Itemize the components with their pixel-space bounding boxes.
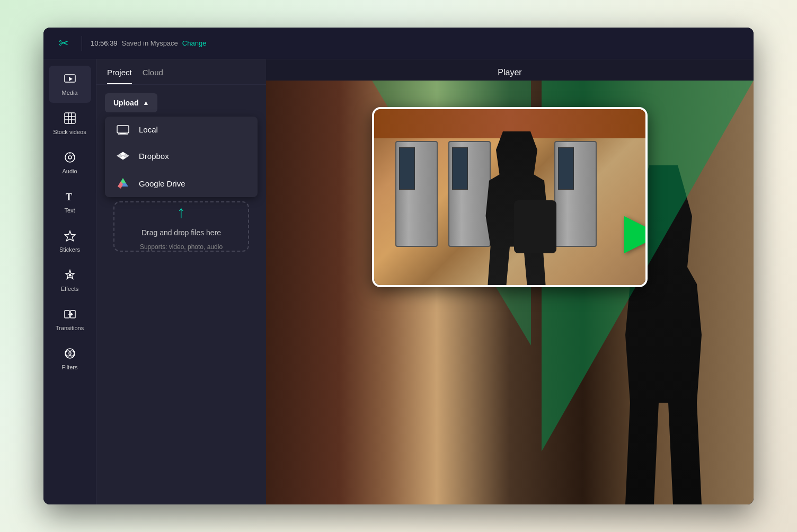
- app-logo: ✂: [54, 34, 73, 53]
- sidebar-label-transitions: Transitions: [56, 325, 84, 331]
- floating-player-content: [374, 109, 645, 285]
- title-time: 10:56:39: [91, 39, 118, 47]
- train-window-2: [452, 147, 468, 190]
- local-label: Local: [139, 125, 158, 134]
- svg-line-10: [73, 155, 74, 156]
- title-divider: [82, 36, 82, 51]
- svg-text:T: T: [66, 192, 72, 202]
- svg-point-14: [69, 274, 70, 276]
- svg-point-20: [69, 351, 74, 356]
- svg-marker-12: [65, 231, 75, 241]
- text-icon: T: [64, 191, 76, 204]
- sidebar-item-text[interactable]: T Text: [49, 183, 91, 220]
- google-drive-label: Google Drive: [139, 179, 185, 188]
- backpack: [514, 200, 556, 253]
- panel-area: Project Cloud Upload ▲: [96, 59, 266, 504]
- svg-marker-1: [69, 77, 73, 81]
- upload-section: Upload ▲ Local: [96, 85, 266, 269]
- player-area: Player: [266, 59, 754, 504]
- local-icon: [116, 124, 130, 135]
- media-icon: [64, 73, 76, 86]
- sidebar-item-audio[interactable]: Audio: [49, 144, 91, 181]
- drag-drop-text: Drag and drop files here: [141, 228, 221, 237]
- train-door-2: [448, 141, 491, 247]
- title-change-link[interactable]: Change: [182, 39, 207, 47]
- train-door-3: [554, 141, 597, 247]
- train-door-1: [395, 141, 438, 247]
- sidebar-item-stickers[interactable]: Stickers: [49, 223, 91, 260]
- svg-point-8: [68, 156, 72, 159]
- sidebar-label-filters: Filters: [62, 364, 78, 370]
- drag-drop-area[interactable]: ↑ Drag and drop files here Supports: vid…: [113, 201, 249, 252]
- upload-dropdown: Local Dropbox: [105, 117, 258, 197]
- upload-chevron-icon: ▲: [143, 99, 149, 107]
- gdrive-icon: [116, 177, 130, 190]
- tab-cloud[interactable]: Cloud: [143, 68, 163, 84]
- stickers-icon: [64, 230, 76, 243]
- dropbox-icon: [116, 149, 130, 162]
- panel-tabs: Project Cloud: [96, 59, 266, 85]
- app-window: ✂ 10:56:39 Saved in Myspace Change Media: [43, 28, 754, 504]
- sidebar-label-text: Text: [64, 207, 75, 214]
- train-window-1: [399, 147, 415, 190]
- sidebar-label-audio: Audio: [62, 168, 77, 174]
- effects-icon: [64, 269, 76, 282]
- player-background: [266, 81, 754, 504]
- green-arrow-cursor: [624, 216, 648, 253]
- title-info: 10:56:39 Saved in Myspace Change: [91, 39, 206, 47]
- sidebar-item-filters[interactable]: Filters: [49, 340, 91, 377]
- title-saved: Saved in Myspace: [122, 39, 178, 47]
- train-window-3: [558, 147, 574, 190]
- upload-button[interactable]: Upload ▲: [105, 93, 157, 112]
- sidebar-item-media[interactable]: Media: [49, 66, 91, 103]
- audio-icon: [64, 152, 76, 165]
- sidebar-label-media: Media: [62, 90, 78, 96]
- drag-drop-sub: Supports: video, photo, audio: [140, 243, 223, 251]
- sidebar-label-stickers: Stickers: [59, 246, 80, 253]
- title-bar: ✂ 10:56:39 Saved in Myspace Change: [43, 28, 754, 59]
- svg-rect-2: [65, 113, 75, 123]
- upload-arrow-icon: ↑: [177, 202, 185, 222]
- logo-icon: ✂: [59, 37, 68, 50]
- tab-project[interactable]: Project: [107, 68, 132, 84]
- sidebar-item-transitions[interactable]: Transitions: [49, 301, 91, 338]
- stock-videos-icon: [64, 112, 76, 126]
- transitions-icon: [64, 308, 76, 322]
- svg-marker-17: [71, 313, 73, 316]
- svg-rect-21: [117, 126, 129, 133]
- floating-player: [372, 107, 648, 287]
- sidebar-label-effects: Effects: [61, 286, 78, 292]
- dropbox-label: Dropbox: [139, 152, 169, 161]
- dropdown-item-local[interactable]: Local: [105, 117, 258, 142]
- dropdown-item-google-drive[interactable]: Google Drive: [105, 170, 258, 197]
- sidebar: Media Stock videos: [43, 59, 96, 504]
- upload-label: Upload: [113, 99, 138, 107]
- svg-point-18: [65, 349, 75, 358]
- filters-icon: [64, 348, 76, 361]
- dropdown-item-dropbox[interactable]: Dropbox: [105, 142, 258, 170]
- sidebar-item-stock-videos[interactable]: Stock videos: [49, 105, 91, 142]
- sidebar-item-effects[interactable]: Effects: [49, 262, 91, 299]
- main-content: Media Stock videos: [43, 59, 754, 504]
- sidebar-label-stock: Stock videos: [53, 129, 86, 135]
